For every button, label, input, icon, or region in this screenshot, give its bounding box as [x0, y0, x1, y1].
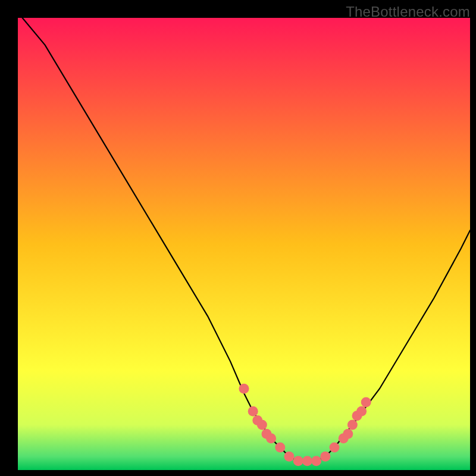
highlight-marker: [257, 420, 267, 430]
highlight-marker: [320, 452, 330, 462]
highlight-marker: [347, 420, 358, 430]
chart-svg: [0, 0, 476, 476]
plot-background-gradient: [18, 18, 470, 470]
highlight-marker: [302, 456, 312, 466]
highlight-marker: [248, 406, 258, 416]
highlight-marker: [293, 456, 303, 466]
attribution-watermark: TheBottleneck.com: [346, 4, 470, 20]
highlight-marker: [275, 443, 285, 453]
highlight-marker: [330, 443, 340, 453]
highlight-marker: [311, 456, 321, 466]
highlight-marker: [284, 452, 295, 462]
highlight-marker: [356, 406, 367, 416]
highlight-marker: [343, 429, 353, 439]
chart-frame: TheBottleneck.com: [0, 0, 476, 476]
highlight-marker: [361, 397, 371, 408]
highlight-marker: [266, 433, 276, 443]
highlight-marker: [239, 384, 249, 394]
